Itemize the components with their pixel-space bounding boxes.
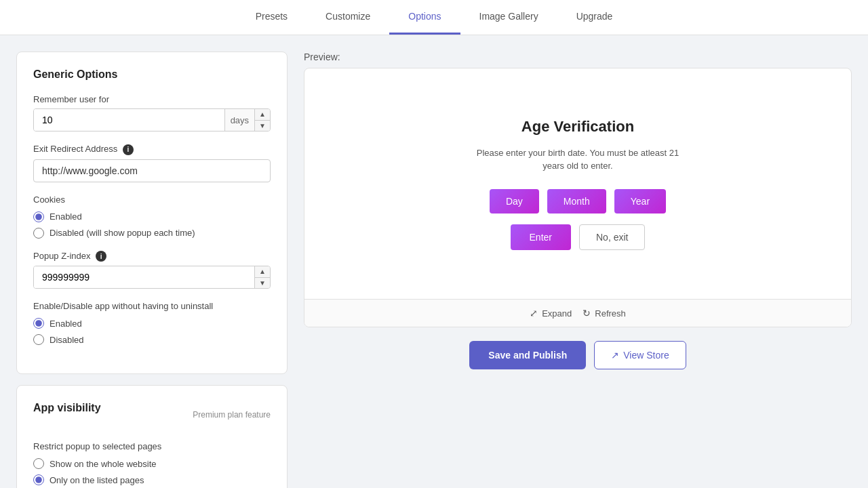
enter-button[interactable]: Enter: [511, 224, 571, 250]
remember-user-spinner: 10 days ▲ ▼: [33, 108, 271, 131]
expand-icon: ⤢: [530, 308, 538, 319]
tab-upgrade[interactable]: Upgrade: [557, 0, 632, 35]
month-button[interactable]: Month: [547, 189, 606, 214]
popup-zindex-input[interactable]: 999999999: [34, 266, 254, 288]
exit-redirect-input[interactable]: http://www.google.com: [33, 159, 271, 182]
popup-zindex-up[interactable]: ▲: [255, 266, 270, 278]
cookies-enabled-label: Enabled: [50, 211, 82, 222]
popup-zindex-group: Popup Z-index i 999999999 ▲ ▼: [33, 251, 271, 289]
cookies-disabled-radio[interactable]: [33, 228, 44, 239]
app-visibility-header: App visibility Premium plan feature: [33, 402, 271, 428]
cookies-disabled-label: Disabled (will show popup each time): [50, 228, 195, 238]
tab-customize[interactable]: Customize: [307, 0, 389, 35]
popup-zindex-down[interactable]: ▼: [255, 278, 270, 289]
restrict-label: Restrict popup to selected pages: [33, 441, 271, 451]
popup-zindex-spinner: 999999999 ▲ ▼: [33, 266, 271, 289]
cookies-enabled-option[interactable]: Enabled: [33, 211, 271, 222]
tab-presets[interactable]: Presets: [237, 0, 307, 35]
generic-options-title: Generic Options: [33, 68, 271, 81]
app-visibility-card: App visibility Premium plan feature Rest…: [16, 385, 288, 488]
no-exit-button[interactable]: No, exit: [579, 224, 645, 250]
popup-zindex-label: Popup Z-index i: [33, 251, 271, 262]
remember-user-up[interactable]: ▲: [255, 109, 270, 121]
enable-disable-group: Enable/Disable app without having to uni…: [33, 301, 271, 345]
remember-user-group: Remember user for 10 days ▲ ▼: [33, 94, 271, 131]
remember-user-input[interactable]: 10: [34, 109, 224, 131]
left-panel: Generic Options Remember user for 10 day…: [16, 52, 288, 488]
expand-action[interactable]: ⤢ Expand: [530, 308, 572, 319]
age-selectors: Day Month Year: [469, 189, 686, 214]
bottom-actions: Save and Publish ↗ View Store: [304, 341, 852, 369]
exit-redirect-label: Exit Redirect Address i: [33, 144, 271, 155]
listed-pages-option[interactable]: Only on the listed pages: [33, 474, 271, 485]
day-button[interactable]: Day: [490, 189, 539, 214]
external-link-icon: ↗: [611, 350, 619, 361]
cookies-label: Cookies: [33, 195, 271, 205]
remember-user-suffix: days: [224, 109, 254, 131]
year-button[interactable]: Year: [614, 189, 666, 214]
main-content: Generic Options Remember user for 10 day…: [0, 35, 868, 488]
age-verification-title: Age Verification: [469, 118, 686, 136]
refresh-action[interactable]: ↻ Refresh: [583, 308, 626, 319]
view-store-button[interactable]: ↗ View Store: [594, 341, 686, 369]
cookies-disabled-option[interactable]: Disabled (will show popup each time): [33, 228, 271, 239]
tab-image-gallery[interactable]: Image Gallery: [460, 0, 557, 35]
preview-container: Age Verification Please enter your birth…: [304, 68, 852, 327]
expand-label: Expand: [542, 308, 572, 319]
visibility-radio-group: Show on the whole website Only on the li…: [33, 458, 271, 488]
exit-redirect-group: Exit Redirect Address i http://www.googl…: [33, 144, 271, 182]
preview-footer: ⤢ Expand ↻ Refresh: [304, 299, 851, 327]
listed-pages-label: Only on the listed pages: [50, 475, 144, 485]
preview-label: Preview:: [304, 52, 852, 62]
whole-website-option[interactable]: Show on the whole website: [33, 458, 271, 469]
cookies-radio-group: Enabled Disabled (will show popup each t…: [33, 211, 271, 239]
remember-user-down[interactable]: ▼: [255, 121, 270, 131]
refresh-label: Refresh: [595, 308, 626, 319]
whole-website-label: Show on the whole website: [50, 459, 157, 469]
enable-disable-label: Enable/Disable app without having to uni…: [33, 301, 271, 311]
view-store-label: View Store: [623, 350, 669, 361]
age-verification-desc: Please enter your birth date. You must b…: [469, 146, 686, 173]
age-actions: Enter No, exit: [469, 224, 686, 250]
right-panel: Preview: Age Verification Please enter y…: [304, 52, 852, 488]
app-enabled-option[interactable]: Enabled: [33, 318, 271, 329]
app-disabled-option[interactable]: Disabled: [33, 334, 271, 345]
premium-badge: Premium plan feature: [193, 410, 271, 420]
listed-pages-radio[interactable]: [33, 474, 44, 485]
cookies-enabled-radio[interactable]: [33, 211, 44, 222]
tab-options[interactable]: Options: [389, 0, 460, 35]
popup-zindex-info-icon[interactable]: i: [96, 251, 106, 262]
age-verification-widget: Age Verification Please enter your birth…: [469, 118, 686, 250]
exit-redirect-info-icon[interactable]: i: [123, 144, 134, 155]
refresh-icon: ↻: [583, 308, 591, 319]
enable-disable-radio-group: Enabled Disabled: [33, 318, 271, 345]
top-navigation: Presets Customize Options Image Gallery …: [0, 0, 868, 35]
app-enabled-label: Enabled: [50, 319, 82, 329]
popup-zindex-spinners: ▲ ▼: [254, 266, 270, 288]
generic-options-card: Generic Options Remember user for 10 day…: [16, 52, 288, 374]
app-visibility-title: App visibility: [33, 402, 101, 414]
app-enabled-radio[interactable]: [33, 318, 44, 329]
save-publish-button[interactable]: Save and Publish: [469, 341, 586, 369]
app-disabled-label: Disabled: [50, 335, 84, 345]
preview-inner: Age Verification Please enter your birth…: [304, 68, 851, 299]
remember-user-spinners: ▲ ▼: [254, 109, 270, 131]
remember-user-label: Remember user for: [33, 94, 271, 104]
app-disabled-radio[interactable]: [33, 334, 44, 345]
cookies-group: Cookies Enabled Disabled (will show popu…: [33, 195, 271, 239]
whole-website-radio[interactable]: [33, 458, 44, 469]
